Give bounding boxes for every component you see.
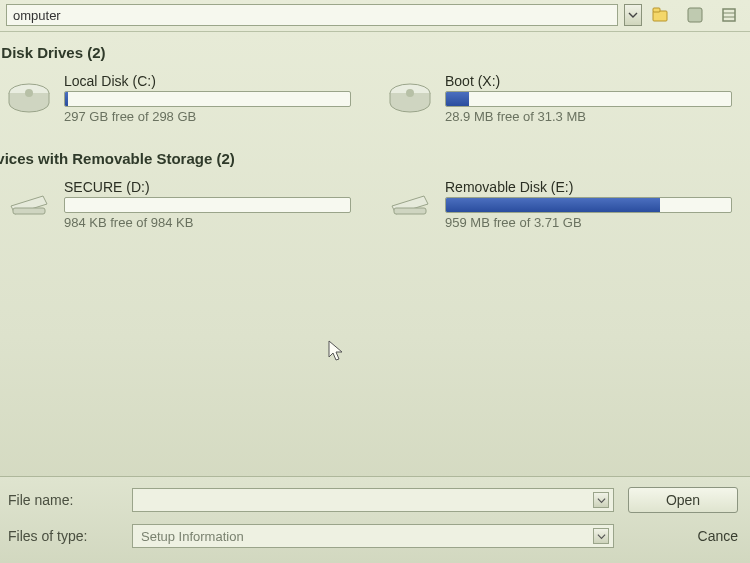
files-of-type-value: Setup Information (141, 529, 244, 544)
files-of-type-label: Files of type: (8, 528, 118, 544)
removable-disk-icon (385, 183, 435, 227)
file-name-label: File name: (8, 492, 118, 508)
mouse-cursor-icon (328, 340, 346, 364)
drive-label: Boot (X:) (445, 73, 732, 89)
drive-free-text: 297 GB free of 298 GB (64, 109, 351, 124)
address-dropdown-button[interactable] (624, 4, 642, 26)
svg-rect-3 (723, 9, 735, 21)
file-name-dropdown[interactable] (593, 492, 609, 508)
svg-rect-2 (688, 8, 702, 22)
open-button[interactable]: Open (628, 487, 738, 513)
file-name-input[interactable] (132, 488, 614, 512)
section-removable-storage: evices with Removable Storage (2) (0, 144, 736, 177)
svg-point-7 (25, 89, 33, 97)
hard-disk-icon (385, 77, 435, 121)
drive-label: SECURE (D:) (64, 179, 351, 195)
usage-bar (64, 91, 351, 107)
drive-free-text: 28.9 MB free of 31.3 MB (445, 109, 732, 124)
cancel-button-label: Cance (698, 528, 738, 544)
address-bar-text: omputer (13, 8, 61, 23)
hard-disk-icon (4, 77, 54, 121)
svg-rect-11 (394, 208, 426, 214)
address-bar[interactable]: omputer (6, 4, 618, 26)
usage-bar (445, 197, 732, 213)
chevron-down-icon (597, 496, 606, 505)
svg-rect-10 (13, 208, 45, 214)
drive-free-text: 959 MB free of 3.71 GB (445, 215, 732, 230)
chevron-down-icon (628, 10, 638, 20)
toolbar-icon-3[interactable] (716, 3, 744, 27)
drive-secure-d[interactable]: SECURE (D:) 984 KB free of 984 KB (0, 177, 355, 232)
toolbar-icon-1[interactable] (648, 3, 676, 27)
chevron-down-icon (597, 532, 606, 541)
toolbar-icon-2[interactable] (682, 3, 710, 27)
drive-free-text: 984 KB free of 984 KB (64, 215, 351, 230)
usage-bar-fill (446, 198, 660, 212)
usage-bar-fill (65, 92, 68, 106)
open-button-label: Open (666, 492, 700, 508)
drive-local-disk-c[interactable]: Local Disk (C:) 297 GB free of 298 GB (0, 71, 355, 126)
drive-label: Removable Disk (E:) (445, 179, 732, 195)
drive-label: Local Disk (C:) (64, 73, 351, 89)
svg-rect-1 (653, 8, 660, 12)
usage-bar-fill (446, 92, 469, 106)
drive-removable-e[interactable]: Removable Disk (E:) 959 MB free of 3.71 … (381, 177, 736, 232)
files-of-type-select[interactable]: Setup Information (132, 524, 614, 548)
section-hard-disk-drives: d Disk Drives (2) (0, 38, 736, 71)
removable-disk-icon (4, 183, 54, 227)
cancel-button[interactable]: Cance (628, 523, 738, 549)
drive-boot-x[interactable]: Boot (X:) 28.9 MB free of 31.3 MB (381, 71, 736, 126)
files-of-type-dropdown[interactable] (593, 528, 609, 544)
usage-bar (64, 197, 351, 213)
usage-bar (445, 91, 732, 107)
svg-point-9 (406, 89, 414, 97)
